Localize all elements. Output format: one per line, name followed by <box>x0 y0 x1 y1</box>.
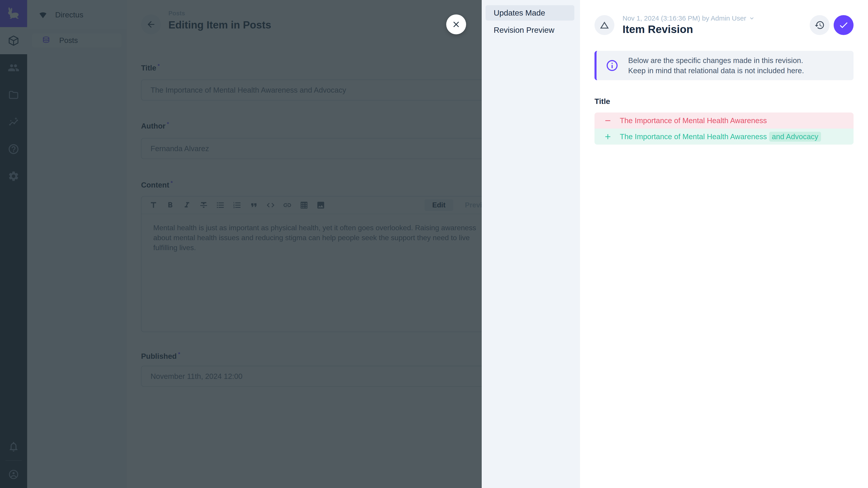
drawer-title: Item Revision <box>622 23 755 35</box>
chevron-down-icon <box>748 15 755 22</box>
drawer-content: Nov 1, 2024 (3:16:36 PM) by Admin User I… <box>580 0 868 488</box>
diff-added-text: The Importance of Mental Health Awarenes… <box>620 132 767 141</box>
plus-icon <box>603 132 612 141</box>
check-icon <box>838 20 849 30</box>
drawer-nav-updates-made[interactable]: Updates Made <box>486 5 575 21</box>
history-icon <box>814 20 825 30</box>
revision-type-badge <box>594 15 614 35</box>
drawer-nav-revision-preview[interactable]: Revision Preview <box>486 22 575 38</box>
modal-overlay[interactable] <box>0 0 482 488</box>
triangle-delta-icon <box>599 20 610 30</box>
close-icon <box>452 20 461 29</box>
info-banner: Below are the specific changes made in t… <box>594 51 854 80</box>
diff-added-highlight: and Advocacy <box>769 132 821 142</box>
diff-block: The Importance of Mental Health Awarenes… <box>594 112 854 144</box>
drawer-nav: Updates Made Revision Preview <box>482 0 580 488</box>
diff-removed-row: The Importance of Mental Health Awarenes… <box>594 112 854 129</box>
diff-field-name: Title <box>594 97 854 106</box>
close-button[interactable] <box>446 14 466 34</box>
revision-drawer: Updates Made Revision Preview Nov 1, 202… <box>482 0 868 488</box>
revision-header: Nov 1, 2024 (3:16:36 PM) by Admin User I… <box>594 14 854 35</box>
minus-icon <box>603 116 612 125</box>
info-icon <box>606 59 619 72</box>
info-banner-text: Below are the specific changes made in t… <box>628 55 804 76</box>
diff-added-row: The Importance of Mental Health Awarenes… <box>594 129 854 144</box>
revision-timestamp-dropdown[interactable]: Nov 1, 2024 (3:16:36 PM) by Admin User <box>622 14 755 22</box>
revert-button[interactable] <box>810 15 830 35</box>
diff-removed-text: The Importance of Mental Health Awarenes… <box>620 116 767 125</box>
confirm-button[interactable] <box>834 15 854 35</box>
